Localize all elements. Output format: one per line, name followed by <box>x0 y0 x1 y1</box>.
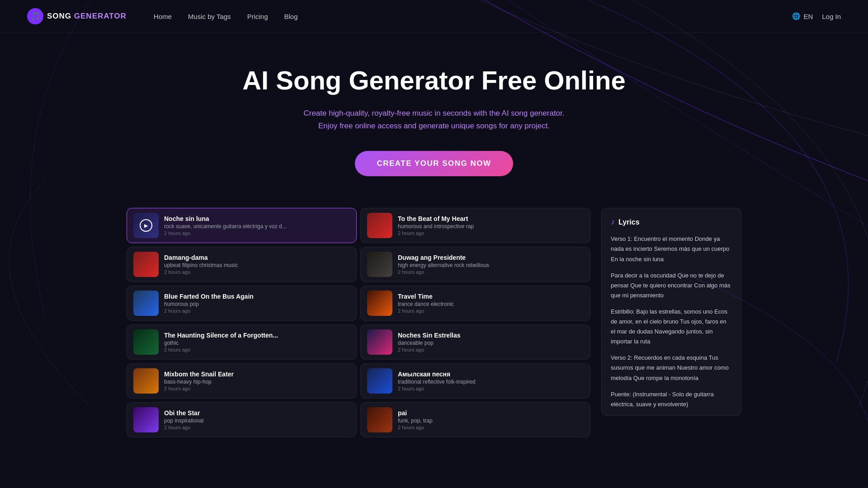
nav-right: 🌐 EN Log In <box>792 12 841 20</box>
song-tags-s8: danceable pop <box>398 340 584 346</box>
login-button[interactable]: Log In <box>822 13 841 20</box>
song-thumbnail-s10 <box>367 368 392 394</box>
song-time-s1: 2 hours ago <box>164 230 350 236</box>
hero-subtitle: Create high-quality, royalty-free music … <box>298 107 570 133</box>
song-tags-s12: funk, pop, trap <box>398 418 584 424</box>
language-selector[interactable]: 🌐 EN <box>792 12 813 20</box>
hero-section: AI Song Generator Free Online Create hig… <box>0 33 868 199</box>
song-info-s8: Noches Sin Estrellas danceable pop 2 hou… <box>398 332 584 352</box>
song-info-s3: Damang-dama upbeat filipino christmas mu… <box>164 254 350 275</box>
song-time-s9: 2 hours ago <box>164 386 350 391</box>
song-time-s12: 2 hours ago <box>398 425 584 430</box>
nav-music-by-tags[interactable]: Music by Tags <box>188 13 231 20</box>
lyrics-title: Lyrics <box>618 218 640 226</box>
lyrics-header: ♪ Lyrics <box>611 217 732 227</box>
song-title-s8: Noches Sin Estrellas <box>398 332 584 339</box>
nav-pricing[interactable]: Pricing <box>247 13 268 20</box>
lyrics-paragraph-2: Estribillo: Bajo las estrellas, somos un… <box>611 307 732 347</box>
song-thumbnail-s4 <box>367 252 392 277</box>
song-card-s6[interactable]: Travel Time trance dance electronic 2 ho… <box>360 286 590 321</box>
song-time-s11: 2 hours ago <box>164 425 350 430</box>
song-card-s2[interactable]: To the Beat of My Heart humorous and int… <box>360 208 590 243</box>
lyrics-panel: ♪ Lyrics Verso 1: Encuentro el momento D… <box>601 208 741 416</box>
song-tags-s7: gothic <box>164 340 350 346</box>
song-tags-s9: bass-heavy hip-hop <box>164 379 350 385</box>
song-tags-s1: rock suave, unicamente guitarra eléctrig… <box>164 223 350 230</box>
song-card-s3[interactable]: Damang-dama upbeat filipino christmas mu… <box>127 247 357 282</box>
song-time-s3: 2 hours ago <box>164 269 350 275</box>
song-title-s3: Damang-dama <box>164 254 350 261</box>
lyrics-paragraph-5: Estribillo: Bajo las estrellas, somos un… <box>611 416 732 416</box>
lyrics-paragraph-4: Puente: (Instrumental - Solo de guitarra… <box>611 389 732 409</box>
song-info-s7: The Haunting Silence of a Forgotten... g… <box>164 332 350 352</box>
lyrics-paragraph-1: Para decir a la oscuridad Que no te dejo… <box>611 271 732 300</box>
song-list: ▶ Noche sin luna rock suave, unicamente … <box>127 208 590 437</box>
logo-icon: 🎵 <box>27 8 43 24</box>
song-thumbnail-s1: ▶ <box>133 213 159 238</box>
lyrics-paragraph-3: Verso 2: Recuerdos en cada esquina Tus s… <box>611 353 732 383</box>
nav-links: Home Music by Tags Pricing Blog <box>154 13 793 20</box>
main-content: ▶ Noche sin luna rock suave, unicamente … <box>0 208 868 437</box>
song-time-s10: 2 hours ago <box>398 386 584 391</box>
song-tags-s10: traditional reflective folk-inspired <box>398 379 584 385</box>
song-info-s6: Travel Time trance dance electronic 2 ho… <box>398 293 584 314</box>
navbar: 🎵 SONG GENERATOR Home Music by Tags Pric… <box>0 0 868 33</box>
song-thumbnail-s9 <box>133 368 159 394</box>
logo-text: SONG GENERATOR <box>47 12 127 21</box>
song-card-s1[interactable]: ▶ Noche sin luna rock suave, unicamente … <box>127 208 357 243</box>
song-info-s9: Mixbom the Snail Eater bass-heavy hip-ho… <box>164 371 350 391</box>
lyrics-paragraph-0: Verso 1: Encuentro el momento Donde ya n… <box>611 234 732 264</box>
globe-icon: 🌐 <box>792 12 801 20</box>
play-button-s1[interactable]: ▶ <box>140 219 152 232</box>
song-tags-s2: humorous and introspective rap <box>398 223 584 230</box>
song-info-s5: Blue Farted On the Bus Again humorous po… <box>164 293 350 314</box>
song-info-s10: Амылская песня traditional reflective fo… <box>398 371 584 391</box>
nav-blog[interactable]: Blog <box>284 13 297 20</box>
song-card-s5[interactable]: Blue Farted On the Bus Again humorous po… <box>127 286 357 321</box>
song-title-s4: Duwag ang Presidente <box>398 254 584 261</box>
song-time-s8: 2 hours ago <box>398 347 584 352</box>
song-title-s11: Obi the Star <box>164 409 350 417</box>
hero-title: AI Song Generator Free Online <box>9 65 859 96</box>
song-card-s11[interactable]: Obi the Star pop inspirational 2 hours a… <box>127 402 357 437</box>
song-info-s12: pai funk, pop, trap 2 hours ago <box>398 409 584 430</box>
song-thumbnail-s6 <box>367 291 392 316</box>
song-card-s4[interactable]: Duwag ang Presidente high energy alterna… <box>360 247 590 282</box>
song-info-s2: To the Beat of My Heart humorous and int… <box>398 215 584 236</box>
song-info-s11: Obi the Star pop inspirational 2 hours a… <box>164 409 350 430</box>
song-thumbnail-s7 <box>133 329 159 355</box>
song-card-s8[interactable]: Noches Sin Estrellas danceable pop 2 hou… <box>360 324 590 360</box>
song-tags-s4: high energy alternative rock rebellious <box>398 262 584 268</box>
song-time-s7: 2 hours ago <box>164 347 350 352</box>
song-tags-s5: humorous pop <box>164 301 350 307</box>
lyrics-body: Verso 1: Encuentro el momento Donde ya n… <box>611 234 732 416</box>
song-thumbnail-s3 <box>133 252 159 277</box>
song-card-s12[interactable]: pai funk, pop, trap 2 hours ago <box>360 402 590 437</box>
song-card-s9[interactable]: Mixbom the Snail Eater bass-heavy hip-ho… <box>127 363 357 399</box>
song-title-s10: Амылская песня <box>398 371 584 378</box>
logo[interactable]: 🎵 SONG GENERATOR <box>27 8 127 24</box>
song-thumbnail-s2 <box>367 213 392 238</box>
song-card-s10[interactable]: Амылская песня traditional reflective fo… <box>360 363 590 399</box>
nav-home[interactable]: Home <box>154 13 172 20</box>
song-title-s7: The Haunting Silence of a Forgotten... <box>164 332 350 339</box>
create-song-button[interactable]: CREATE YOUR SONG NOW <box>355 151 513 176</box>
lang-label: EN <box>803 13 813 20</box>
song-title-s6: Travel Time <box>398 293 584 300</box>
song-tags-s3: upbeat filipino christmas music <box>164 262 350 268</box>
song-info-s4: Duwag ang Presidente high energy alterna… <box>398 254 584 275</box>
song-info-s1: Noche sin luna rock suave, unicamente gu… <box>164 215 350 236</box>
song-card-s7[interactable]: The Haunting Silence of a Forgotten... g… <box>127 324 357 360</box>
song-time-s5: 2 hours ago <box>164 308 350 314</box>
song-tags-s6: trance dance electronic <box>398 301 584 307</box>
lyrics-icon: ♪ <box>611 217 615 227</box>
song-tags-s11: pop inspirational <box>164 418 350 424</box>
song-time-s4: 2 hours ago <box>398 269 584 275</box>
song-title-s5: Blue Farted On the Bus Again <box>164 293 350 300</box>
song-thumbnail-s5 <box>133 291 159 316</box>
song-title-s12: pai <box>398 409 584 417</box>
song-thumbnail-s11 <box>133 407 159 432</box>
song-time-s6: 2 hours ago <box>398 308 584 314</box>
song-time-s2: 2 hours ago <box>398 230 584 236</box>
song-title-s1: Noche sin luna <box>164 215 350 222</box>
